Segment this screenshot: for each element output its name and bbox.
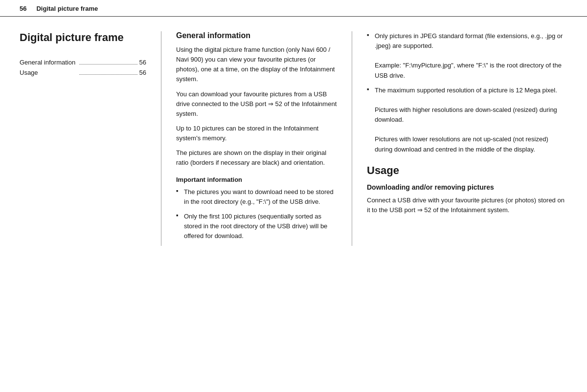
- bullet-item-100-pictures: Only the first 100 pictures (sequentiall…: [176, 212, 337, 241]
- usage-title: Usage: [367, 164, 567, 177]
- header-title: Digital picture frame: [36, 5, 98, 12]
- toc-number-general: 56: [139, 59, 146, 66]
- right-bullet-list: Only pictures in JPEG standard format (f…: [367, 31, 567, 154]
- paragraph-2: You can download your favourite pictures…: [176, 89, 337, 119]
- toc-number-usage: 56: [139, 69, 146, 76]
- paragraph-4: The pictures are shown on the display in…: [176, 148, 337, 168]
- paragraph-3: Up to 10 pictures can be stored in the I…: [176, 124, 337, 143]
- main-title: Digital picture frame: [20, 31, 146, 44]
- bullet-item-root-dir: The pictures you want to download need t…: [176, 187, 337, 207]
- toc-label-general: General information: [20, 59, 77, 66]
- toc-entry-usage: Usage 56: [20, 69, 146, 76]
- right-column: Only pictures in JPEG standard format (f…: [352, 31, 567, 246]
- downloading-heading: Downloading and/or removing pictures: [367, 183, 567, 192]
- left-column: Digital picture frame General informatio…: [20, 31, 161, 246]
- page-header: 56 Digital picture frame: [0, 0, 587, 17]
- paragraph-1: Using the digital picture frame function…: [176, 45, 337, 85]
- toc-entry-general: General information 56: [20, 59, 146, 66]
- bullet-item-jpeg: Only pictures in JPEG standard format (f…: [367, 31, 567, 81]
- usage-section: Usage Downloading and/or removing pictur…: [367, 164, 567, 215]
- middle-column: General information Using the digital pi…: [161, 31, 352, 246]
- toc-dots-usage: [79, 69, 137, 75]
- important-info-heading: Important information: [176, 176, 337, 183]
- important-bullet-list: The pictures you want to download need t…: [176, 187, 337, 241]
- toc-dots-general: [79, 59, 137, 65]
- bullet-item-resolution: The maximum supported resolution of a pi…: [367, 86, 567, 154]
- usage-paragraph: Connect a USB drive with your favourite …: [367, 196, 567, 215]
- page-content: Digital picture frame General informatio…: [0, 17, 587, 261]
- header-page-number: 56: [20, 5, 26, 12]
- general-info-heading: General information: [176, 31, 337, 40]
- toc-label-usage: Usage: [20, 69, 77, 76]
